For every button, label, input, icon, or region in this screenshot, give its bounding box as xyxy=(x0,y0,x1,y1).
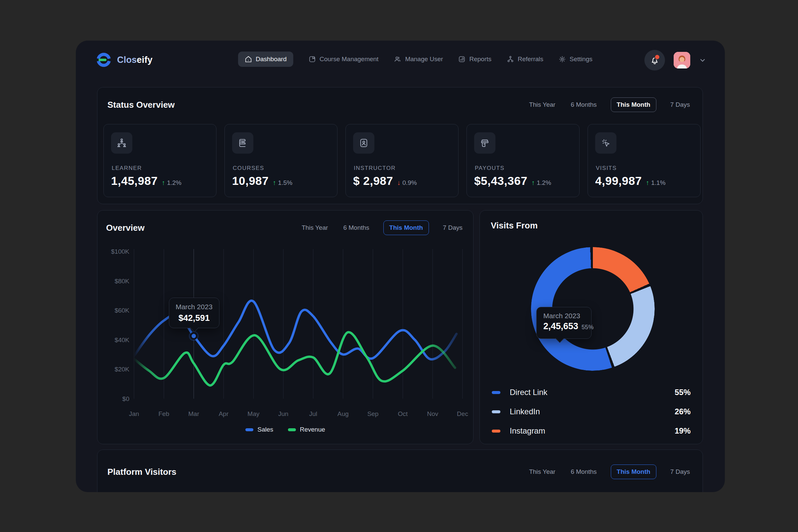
visits-from-title: Visits From xyxy=(491,221,538,231)
stat-card-courses[interactable]: COURSES 10,987 ↑1.5% xyxy=(225,124,338,197)
overview-filters: This Year 6 Months This Month 7 Days xyxy=(300,221,464,235)
legend-row-instagram[interactable]: Instagram 19% xyxy=(492,421,690,440)
nav-label: Dashboard xyxy=(256,56,287,63)
legend-row-direct-link[interactable]: Direct Link 55% xyxy=(492,383,690,402)
svg-text:$60K: $60K xyxy=(115,307,130,314)
sales-swatch xyxy=(245,428,253,431)
svg-text:Apr: Apr xyxy=(219,410,229,417)
platform-visitors-section: Platform Visitors This Year 6 Months Thi… xyxy=(97,450,703,492)
filter-this-year[interactable]: This Year xyxy=(528,465,557,479)
nav-label: Referrals xyxy=(518,56,543,63)
brand[interactable]: Closeify xyxy=(96,52,153,68)
stat-cards-row: LEARNER 1,45,987 ↑1.2% COURSES 10,987 ↑1… xyxy=(103,124,701,197)
stat-card-learner[interactable]: LEARNER 1,45,987 ↑1.2% xyxy=(103,124,216,197)
direct-link-swatch xyxy=(492,391,500,394)
svg-text:Oct: Oct xyxy=(398,410,408,417)
stat-card-instructor[interactable]: INSTRUCTOR $ 2,987 ↓0.9% xyxy=(345,124,458,197)
filter-7-days[interactable]: 7 Days xyxy=(441,221,464,235)
filter-6-months[interactable]: 6 Months xyxy=(569,98,598,112)
nav-item-reports[interactable]: Reports xyxy=(458,56,491,63)
overview-chart[interactable]: JanFebMarAprMayJunJulAugSepOctNovDec$100… xyxy=(97,210,473,444)
learner-icon xyxy=(111,132,132,154)
svg-text:Jul: Jul xyxy=(309,410,317,417)
svg-text:Aug: Aug xyxy=(338,410,349,417)
notifications-button[interactable] xyxy=(644,50,665,71)
line-chart-legend: Sales Revenue xyxy=(97,426,473,433)
visits-from-section: Visits From March 2023 2,45,653 55% Dire… xyxy=(479,210,703,444)
stat-card-visits[interactable]: VISITS 4,99,987 ↑1.1% xyxy=(588,124,701,197)
stat-value: $ 2,987 xyxy=(353,174,393,188)
filter-this-month[interactable]: This Month xyxy=(611,97,657,112)
filter-this-year[interactable]: This Year xyxy=(300,221,329,235)
filter-this-month[interactable]: This Month xyxy=(611,464,657,479)
nav-item-referrals[interactable]: Referrals xyxy=(507,56,543,63)
stat-value: 10,987 xyxy=(232,174,269,188)
line-chart-tooltip: March 2023 $42,591 xyxy=(169,298,220,328)
svg-text:Dec: Dec xyxy=(457,410,468,417)
filter-7-days[interactable]: 7 Days xyxy=(669,465,691,479)
svg-text:Mar: Mar xyxy=(188,410,199,417)
nav-label: Settings xyxy=(570,56,592,63)
arrow-up-icon: ↑ xyxy=(273,179,276,186)
svg-text:May: May xyxy=(247,410,259,417)
notification-badge xyxy=(654,54,660,60)
svg-text:Feb: Feb xyxy=(158,410,169,417)
tooltip-value: 2,45,653 xyxy=(543,321,578,331)
nav-item-course-management[interactable]: Course Management xyxy=(308,56,378,63)
tooltip-date: March 2023 xyxy=(169,303,219,311)
filter-this-year[interactable]: This Year xyxy=(528,98,557,112)
referrals-icon xyxy=(507,56,514,63)
arrow-up-icon: ↑ xyxy=(531,179,535,186)
status-overview-section: Status Overview This Year 6 Months This … xyxy=(97,87,703,204)
svg-text:$100K: $100K xyxy=(111,248,129,255)
visits-icon xyxy=(595,132,616,154)
stat-card-payouts[interactable]: PAYOUTS $5,43,367 ↑1.2% xyxy=(467,124,580,197)
stat-label: INSTRUCTOR xyxy=(354,165,396,172)
legend-sales: Sales xyxy=(245,426,273,433)
platform-visitors-title: Platform Visitors xyxy=(108,467,176,477)
svg-text:$20K: $20K xyxy=(115,366,130,373)
top-navbar: Closeify Dashboard Course Management xyxy=(76,41,725,80)
user-avatar[interactable] xyxy=(673,52,690,69)
stat-label: VISITS xyxy=(596,165,617,172)
stat-value: 1,45,987 xyxy=(111,174,158,188)
arrow-up-icon: ↑ xyxy=(162,179,165,186)
status-overview-title: Status Overview xyxy=(108,100,174,110)
overview-section: Overview This Year 6 Months This Month 7… xyxy=(97,210,474,444)
page: Closeify Dashboard Course Management xyxy=(0,0,798,532)
stat-value: $5,43,367 xyxy=(474,174,527,188)
filter-6-months[interactable]: 6 Months xyxy=(342,221,370,235)
filter-6-months[interactable]: 6 Months xyxy=(569,465,598,479)
nav-item-settings[interactable]: Settings xyxy=(558,56,592,63)
home-icon xyxy=(245,56,252,63)
status-overview-filters: This Year 6 Months This Month 7 Days xyxy=(528,97,691,112)
chevron-down-icon[interactable] xyxy=(699,57,706,64)
overview-title: Overview xyxy=(106,223,145,233)
header-actions xyxy=(644,50,706,71)
instructor-icon xyxy=(353,132,374,154)
svg-text:$80K: $80K xyxy=(115,278,130,285)
avatar-image xyxy=(673,52,690,69)
nav-label: Reports xyxy=(469,56,491,63)
instagram-swatch xyxy=(492,430,500,433)
tooltip-value: $42,591 xyxy=(169,313,219,323)
nav-item-manage-user[interactable]: Manage User xyxy=(394,56,443,63)
legend-row-linkedin[interactable]: LinkedIn 26% xyxy=(492,402,690,421)
tooltip-date: March 2023 xyxy=(543,312,591,320)
users-icon xyxy=(394,56,401,63)
svg-text:$0: $0 xyxy=(122,395,129,402)
nav-label: Course Management xyxy=(320,56,378,63)
courses-icon xyxy=(232,132,253,154)
donut-tooltip: March 2023 2,45,653 55% xyxy=(536,307,591,339)
filter-7-days[interactable]: 7 Days xyxy=(669,98,691,112)
brand-name: Closeify xyxy=(117,55,153,65)
stat-label: LEARNER xyxy=(112,165,142,172)
revenue-swatch xyxy=(288,428,296,431)
svg-text:Jan: Jan xyxy=(129,410,139,417)
stat-trend: ↑1.2% xyxy=(162,179,181,187)
nav-item-dashboard[interactable]: Dashboard xyxy=(238,52,293,67)
filter-this-month[interactable]: This Month xyxy=(383,221,429,235)
stat-label: COURSES xyxy=(233,165,264,172)
course-icon xyxy=(308,56,316,63)
main-nav: Dashboard Course Management Manage User xyxy=(238,52,592,67)
